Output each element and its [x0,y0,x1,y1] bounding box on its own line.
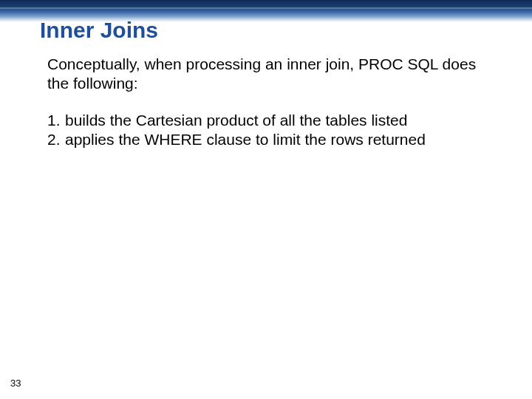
intro-text: Conceptually, when processing an inner j… [47,55,491,94]
steps-list: 1. builds the Cartesian product of all t… [47,111,491,150]
list-number: 2. [47,130,65,149]
list-item: 2. applies the WHERE clause to limit the… [47,130,491,149]
list-number: 1. [47,111,65,130]
list-text: builds the Cartesian product of all the … [65,111,407,130]
list-text: applies the WHERE clause to limit the ro… [65,130,426,149]
slide-title: Inner Joins [40,18,158,43]
page-number: 33 [10,378,21,389]
list-item: 1. builds the Cartesian product of all t… [47,111,491,130]
